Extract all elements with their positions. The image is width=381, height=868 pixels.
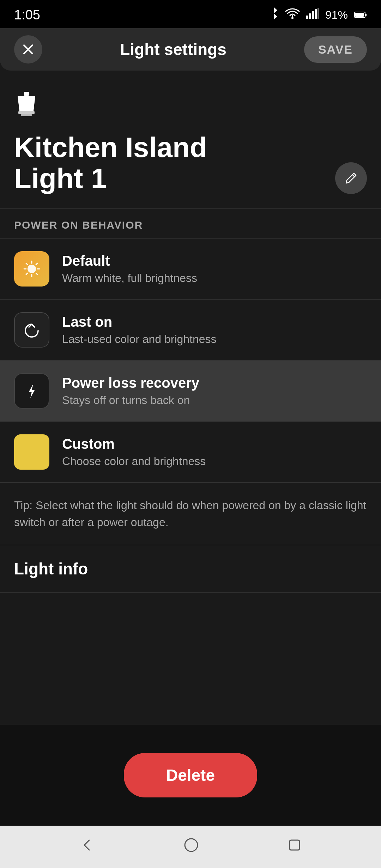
svg-line-14: [352, 175, 355, 177]
nav-bar: Light settings SAVE: [0, 28, 381, 71]
edit-button[interactable]: [335, 162, 367, 194]
svg-line-23: [26, 273, 28, 275]
option-icon-powerloss: [14, 373, 49, 409]
option-powerloss-text: Power loss recovery Stays off or turns b…: [62, 375, 199, 407]
option-powerloss-subtitle: Stays off or turns back on: [62, 394, 199, 407]
save-button[interactable]: SAVE: [304, 36, 367, 63]
option-laston[interactable]: Last on Last-used color and brightness: [14, 300, 367, 360]
nav-title: Light settings: [120, 40, 226, 59]
battery-icon: [354, 8, 367, 22]
recent-apps-button[interactable]: [288, 838, 302, 856]
close-button[interactable]: [14, 35, 42, 64]
battery-percentage: 91%: [325, 8, 348, 22]
delete-section: Delete: [0, 725, 381, 826]
option-default-subtitle: Warm white, full brightness: [62, 272, 197, 285]
svg-point-0: [291, 17, 294, 19]
wifi-icon: [285, 8, 300, 22]
option-laston-text: Last on Last-used color and brightness: [62, 314, 217, 346]
svg-rect-1: [306, 16, 308, 19]
svg-rect-13: [21, 114, 32, 116]
svg-rect-8: [365, 14, 367, 16]
back-button[interactable]: [79, 837, 95, 856]
svg-rect-12: [18, 111, 35, 114]
svg-point-24: [185, 839, 198, 851]
signal-icon: [306, 8, 319, 22]
option-custom-title: Custom: [62, 436, 206, 452]
main-content: Kitchen Island Light 1 POWER ON BEHAVIOR: [0, 71, 381, 725]
tip-text: Tip: Select what the light should do whe…: [14, 499, 367, 529]
section-label-power: POWER ON BEHAVIOR: [14, 209, 367, 238]
svg-rect-7: [355, 13, 364, 17]
svg-rect-11: [24, 92, 29, 96]
status-bar: 1:05 91: [0, 0, 381, 28]
svg-rect-3: [312, 11, 314, 19]
bluetooth-icon: [270, 7, 279, 23]
svg-line-21: [36, 273, 37, 275]
option-default-text: Default Warm white, full brightness: [62, 253, 197, 285]
svg-line-20: [26, 263, 28, 265]
option-icon-default: [14, 251, 49, 287]
option-powerloss-title: Power loss recovery: [62, 375, 199, 391]
status-icons: 91%: [270, 7, 367, 23]
light-bulb-icon: [14, 92, 367, 125]
svg-rect-2: [309, 13, 311, 19]
light-info-section[interactable]: Light info: [14, 545, 367, 592]
svg-rect-4: [315, 9, 317, 19]
option-custom-subtitle: Choose color and brightness: [62, 455, 206, 468]
home-button[interactable]: [183, 837, 199, 856]
svg-rect-5: [318, 8, 319, 19]
power-on-behavior-section: POWER ON BEHAVIOR Default War: [14, 209, 367, 483]
svg-rect-25: [290, 840, 300, 850]
option-custom[interactable]: Custom Choose color and brightness: [14, 422, 367, 482]
light-header: Kitchen Island Light 1: [14, 85, 367, 208]
delete-button[interactable]: Delete: [124, 753, 257, 797]
divider-8: [0, 592, 381, 593]
option-default-title: Default: [62, 253, 197, 269]
svg-line-22: [36, 263, 37, 265]
status-time: 1:05: [14, 7, 40, 23]
option-powerloss[interactable]: Power loss recovery Stays off or turns b…: [0, 361, 381, 421]
option-laston-subtitle: Last-used color and brightness: [62, 333, 217, 346]
light-info-title: Light info: [14, 560, 88, 578]
svg-point-15: [28, 265, 36, 273]
light-name: Kitchen Island Light 1: [14, 132, 261, 194]
option-custom-text: Custom Choose color and brightness: [62, 436, 206, 468]
bottom-nav: [0, 826, 381, 868]
option-icon-custom: [14, 434, 49, 470]
tip-section: Tip: Select what the light should do whe…: [14, 483, 367, 545]
option-default[interactable]: Default Warm white, full brightness: [14, 239, 367, 299]
option-icon-laston: [14, 312, 49, 348]
option-laston-title: Last on: [62, 314, 217, 330]
